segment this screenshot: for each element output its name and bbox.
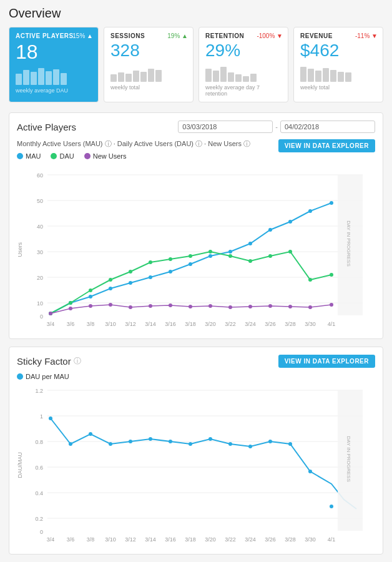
svg-text:3/18: 3/18: [185, 321, 196, 327]
sticky-info-icon: ⓘ: [74, 356, 81, 367]
svg-text:3/14: 3/14: [145, 321, 156, 327]
date-to-input[interactable]: [280, 121, 375, 133]
mau-dot: [89, 295, 92, 298]
mau-dot: [109, 287, 112, 290]
sticky-dot: [268, 440, 272, 443]
y-axis-label-sticky: DAU/MAU: [17, 452, 23, 478]
dau-dot: [189, 254, 192, 258]
new-users-dot: [109, 303, 112, 307]
svg-text:3/18: 3/18: [185, 536, 196, 543]
mau-dot: [208, 254, 212, 258]
sticky-dot: [49, 417, 52, 420]
mini-bars-active: [16, 66, 92, 85]
dau-dot: [109, 278, 112, 282]
mau-legend: MAU DAU New Users: [17, 152, 250, 160]
legend-item-mau: MAU: [17, 152, 41, 160]
mini-bar: [16, 74, 22, 85]
mini-bar: [61, 73, 67, 85]
mini-bar: [235, 74, 242, 82]
date-range: -: [178, 121, 375, 133]
svg-text:60: 60: [37, 172, 43, 179]
mau-dot: [268, 228, 272, 232]
svg-text:3/10: 3/10: [105, 321, 116, 327]
dau-dot: [268, 254, 272, 258]
mau-dot: [248, 242, 252, 245]
legend-item-dau-per-mau: DAU per MAU: [17, 373, 69, 380]
new-users-dot: [288, 305, 292, 308]
new-users-dot: [308, 305, 312, 309]
sticky-day-in-progress-label: DAY IN PROGRESS: [346, 436, 351, 482]
card-sessions: SESSIONS 19% ▲ 328 weekly total: [104, 27, 194, 102]
mini-bars-retention: [205, 63, 282, 82]
new-users-dot: [208, 304, 212, 308]
mau-dot: [169, 270, 172, 274]
dau-dot: [308, 278, 312, 282]
dau-dot: [248, 259, 252, 263]
page-title: Overview: [9, 6, 383, 21]
svg-text:3/8: 3/8: [87, 536, 95, 543]
mau-chart-header: Monthly Active Users (MAU) ⓘ · Daily Act…: [17, 139, 375, 164]
svg-text:1.2: 1.2: [35, 388, 43, 394]
new-users-dot: [149, 304, 152, 308]
sticky-line: [51, 418, 356, 509]
new-users-dot: [330, 303, 333, 307]
new-users-dot: [268, 304, 272, 308]
mau-line: [51, 203, 331, 313]
legend-label-new-users: New Users: [93, 152, 127, 160]
mini-bar: [220, 67, 227, 82]
svg-text:3/26: 3/26: [265, 321, 276, 327]
card-footer-retention: weekly average day 7 retention: [205, 84, 282, 97]
svg-text:20: 20: [37, 275, 43, 281]
mini-bar: [110, 74, 117, 82]
mau-dot: [129, 281, 132, 285]
mau-chart-container: Users 60 50 40 30: [17, 169, 375, 331]
sticky-dot: [248, 445, 252, 448]
date-from-input[interactable]: [178, 121, 273, 133]
mau-dot: [288, 220, 292, 224]
sticky-dot: [228, 442, 232, 446]
card-revenue: REVENUE -11% ▼ $462 weekly total: [293, 27, 383, 102]
sticky-dot: [330, 505, 333, 508]
svg-text:50: 50: [37, 198, 43, 204]
dau-dot: [228, 254, 232, 258]
new-users-dot: [248, 305, 252, 308]
svg-text:3/22: 3/22: [225, 321, 236, 327]
mini-bar: [125, 74, 132, 82]
svg-text:0: 0: [40, 313, 43, 320]
svg-text:0.6: 0.6: [35, 465, 43, 471]
new-users-dot: [89, 304, 92, 308]
svg-text:40: 40: [37, 224, 43, 230]
svg-text:3/10: 3/10: [105, 536, 116, 543]
view-in-data-explorer-btn-mau[interactable]: VIEW IN DATA EXPLORER: [278, 139, 375, 152]
mini-bar: [338, 72, 344, 82]
sticky-legend: DAU per MAU: [17, 373, 375, 380]
mini-bar: [140, 72, 147, 82]
date-separator: -: [275, 123, 278, 131]
mau-chart-svg: 60 50 40 30 20 10 0 3/4 3/6 3/8 3/10 3/1…: [26, 169, 375, 331]
new-users-dot: [69, 307, 72, 310]
svg-text:3/28: 3/28: [285, 536, 296, 543]
sticky-dot: [169, 440, 172, 443]
y-axis-label-mau: Users: [17, 242, 23, 257]
sticky-dot: [129, 440, 132, 443]
mini-bar: [330, 70, 336, 82]
svg-text:3/30: 3/30: [305, 536, 316, 543]
dau-dot: [89, 288, 92, 292]
day-in-progress-label: DAY IN PROGRESS: [346, 220, 351, 267]
mini-bar: [228, 72, 234, 82]
new-users-dot: [228, 305, 232, 309]
dau-dot: [208, 250, 212, 254]
dau-dot: [129, 270, 132, 274]
mau-dot: [308, 209, 312, 213]
sticky-dot: [89, 432, 92, 436]
card-value-revenue: $462: [300, 41, 376, 61]
svg-text:3/16: 3/16: [165, 536, 176, 543]
svg-text:3/26: 3/26: [265, 536, 276, 543]
svg-text:3/28: 3/28: [285, 321, 296, 327]
legend-label-dau-per-mau: DAU per MAU: [26, 373, 69, 380]
sticky-dot: [288, 442, 292, 446]
sticky-factor-section: Sticky Factor ⓘ VIEW IN DATA EXPLORER DA…: [9, 347, 383, 555]
dau-dot: [288, 250, 292, 254]
view-in-data-explorer-btn-sticky[interactable]: VIEW IN DATA EXPLORER: [278, 355, 375, 368]
mini-bar: [308, 69, 314, 82]
